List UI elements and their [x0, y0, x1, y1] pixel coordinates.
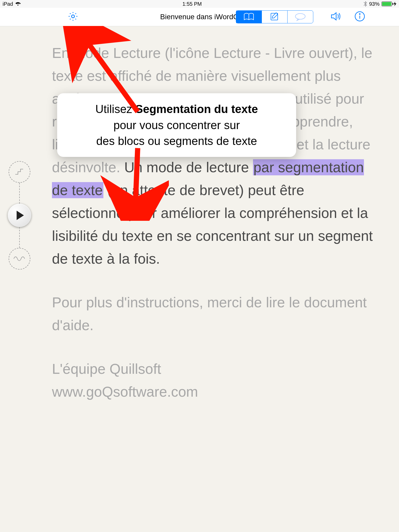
- control-connector: [19, 183, 20, 204]
- tooltip-prefix: Utilisez: [95, 103, 135, 115]
- clock: 1:55 PM: [182, 1, 202, 7]
- info-button[interactable]: [354, 11, 365, 23]
- wifi-icon: [15, 2, 21, 6]
- instructions-text: Pour plus d'instructions, merci de lire …: [52, 291, 376, 337]
- bluetooth-icon: [363, 1, 367, 7]
- read-mode-tab[interactable]: [236, 11, 262, 23]
- play-button[interactable]: [8, 204, 31, 227]
- speak-button[interactable]: [330, 11, 342, 23]
- battery-percent: 93%: [369, 1, 380, 7]
- svg-point-0: [71, 15, 74, 18]
- battery-icon: [382, 2, 396, 6]
- help-tooltip: Utilisez Segmentation du texte pour vous…: [57, 93, 296, 157]
- edit-mode-tab[interactable]: [262, 11, 288, 23]
- tooltip-line3: des blocs ou segments de texte: [68, 133, 286, 149]
- website-url: www.goQsoftware.com: [52, 380, 376, 403]
- status-left: iPad: [3, 1, 21, 7]
- control-connector: [19, 227, 20, 248]
- page-title: Bienvenue dans iWordQ: [160, 13, 239, 21]
- tooltip-line2: pour vous concentrer sur: [68, 117, 286, 133]
- settings-button[interactable]: [68, 11, 78, 23]
- team-signature: L'équipe Quillsoft: [52, 357, 376, 380]
- device-label: iPad: [3, 1, 13, 7]
- mode-segmented-control[interactable]: [236, 10, 313, 23]
- svg-point-3: [295, 14, 305, 19]
- app-toolbar: Bienvenue dans iWordQ: [0, 8, 399, 26]
- status-bar: iPad 1:55 PM 93%: [0, 0, 399, 8]
- svg-point-5: [360, 14, 360, 15]
- tooltip-line1: Utilisez Segmentation du texte: [68, 101, 286, 117]
- speech-mode-tab[interactable]: [288, 11, 313, 23]
- status-right: 93%: [363, 1, 396, 7]
- step-mode-button[interactable]: [9, 161, 30, 183]
- continuous-mode-button[interactable]: [9, 248, 30, 270]
- text-before-highlight: Un mode de lecture: [124, 159, 253, 175]
- playback-controls: [8, 161, 31, 270]
- tooltip-bold: Segmentation du texte: [135, 103, 258, 115]
